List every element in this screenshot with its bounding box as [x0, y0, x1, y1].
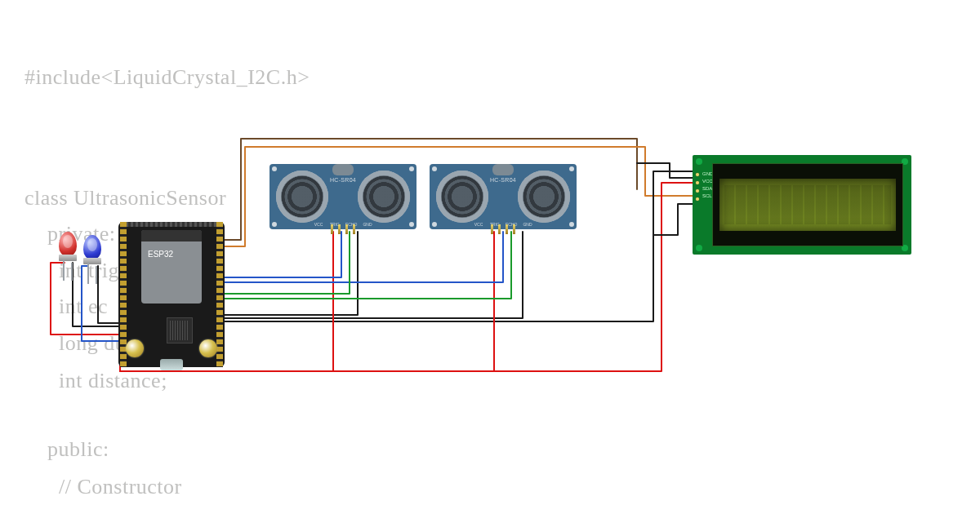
led-blue	[83, 235, 101, 259]
code-line-distance: int distance;	[24, 369, 167, 393]
esp32-pins-right	[216, 222, 223, 367]
code-line-echo: int ec	[24, 295, 108, 319]
ultrasonic-label: HC-SR04	[330, 177, 356, 183]
code-line-duration: long du	[24, 331, 126, 356]
esp32-usb-port	[160, 359, 183, 370]
ultrasonic-transmitter	[276, 171, 328, 223]
ultrasonic-transmitter	[436, 171, 488, 223]
esp32-shield: ESP32	[141, 230, 202, 304]
esp32-label: ESP32	[148, 250, 173, 259]
ultrasonic-pins	[491, 224, 515, 234]
ultrasonic-receiver	[518, 171, 570, 223]
esp32-mcu-chip	[167, 318, 192, 343]
code-line-constructor: // Constructor	[24, 475, 182, 499]
esp32-antenna	[141, 230, 202, 241]
code-line-include: #include<LiquidCrystal_I2C.h>	[24, 65, 310, 90]
crystal-icon	[332, 164, 354, 175]
crystal-icon	[492, 164, 514, 175]
ultrasonic-pins	[331, 224, 355, 234]
led-red	[59, 232, 77, 256]
diagram-canvas: #include<LiquidCrystal_I2C.h> class Ultr…	[0, 0, 980, 514]
esp32-en-button	[199, 339, 217, 357]
code-line-class: class UltrasonicSensor	[24, 186, 226, 210]
lcd-i2c-module: GNDVCCSDASCL	[693, 155, 911, 255]
ultrasonic-receiver	[358, 171, 410, 223]
esp32-boot-button	[126, 339, 144, 357]
lcd-display-area	[719, 179, 896, 231]
ultrasonic-sensor-1: HC-SR04 VCCTRIGECHOGND	[270, 164, 416, 229]
ultrasonic-label: HC-SR04	[490, 177, 516, 183]
lcd-i2c-pins	[696, 173, 699, 201]
ultrasonic-sensor-2: HC-SR04 VCCTRIGECHOGND	[430, 164, 577, 229]
lcd-screen	[712, 163, 903, 246]
esp32-board: ESP32	[118, 222, 225, 367]
code-line-public: public:	[24, 437, 109, 462]
